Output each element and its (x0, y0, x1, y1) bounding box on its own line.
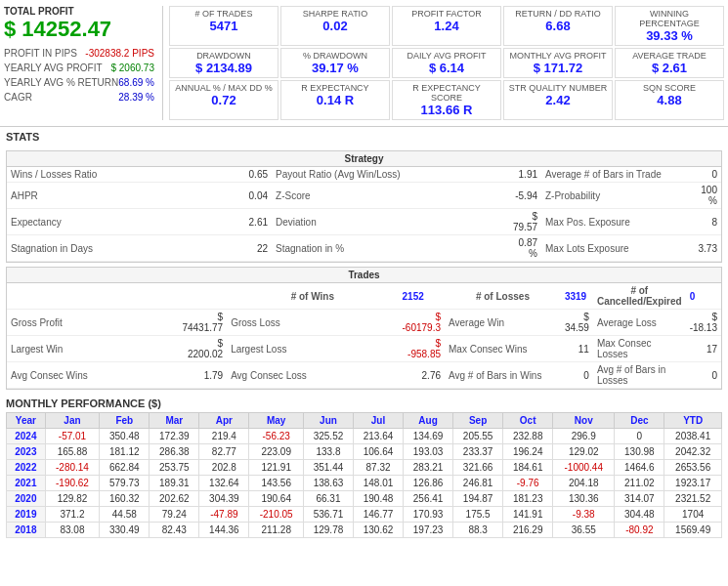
stat-cell-7: DAILY AVG PROFIT$ 6.14 (392, 48, 501, 78)
monthly-header: May (249, 413, 304, 429)
monthly-table: YearJanFebMarAprMayJunJulAugSepOctNovDec… (6, 412, 722, 538)
list-item: 2020129.82160.32202.62304.39190.6466.311… (7, 491, 722, 507)
yearly-avg-return-value: 68.69 % (118, 75, 154, 90)
top-section: TOTAL PROFIT $ 14252.47 PROFIT IN PIPS -… (0, 0, 728, 127)
list-item: 2023165.88181.12286.3882.77223.09133.810… (7, 444, 722, 460)
list-item: 2022-280.14662.84253.75202.8121.91351.44… (7, 460, 722, 476)
strategy-trades-block: Strategy Wins / Losses Ratio 0.65 Payout… (0, 150, 728, 267)
table-row: Largest Win $ 2200.02 Largest Loss $ -95… (7, 336, 721, 362)
yearly-avg-return-row: YEARLY AVG % RETURN 68.69 % (4, 75, 154, 90)
list-item: 2024-57.01350.48172.39219.4-56.23325.522… (7, 429, 722, 444)
stat-cell-12: R EXPECTANCY SCORE113.66 R (392, 80, 501, 120)
list-item: 201883.08330.4982.43144.36211.28129.7813… (7, 523, 722, 538)
monthly-header: Mar (150, 413, 199, 429)
profit-in-pips-label: PROFIT IN PIPS (4, 46, 77, 61)
stat-cell-14: SQN SCORE4.88 (615, 80, 724, 120)
table-row: Avg Consec Wins 1.79 Avg Consec Loss 2.7… (7, 362, 721, 389)
monthly-header: Apr (199, 413, 249, 429)
table-row: # of Wins 2152 # of Losses 3319 # of Can… (7, 283, 721, 310)
stat-cell-6: % DRAWDOWN39.17 % (280, 48, 390, 78)
stat-cell-1: SHARPE RATIO0.02 (280, 6, 390, 46)
strategy-table: Strategy Wins / Losses Ratio 0.65 Payout… (6, 150, 722, 263)
yearly-avg-profit-row: YEARLY AVG PROFIT $ 2060.73 (4, 61, 154, 75)
table-row: Stagnation in Days 22 Stagnation in % 0.… (7, 235, 721, 262)
cagr-label: CAGR (4, 90, 32, 105)
stat-cell-3: RETURN / DD RATIO6.68 (503, 6, 613, 46)
trades-data-table: # of Wins 2152 # of Losses 3319 # of Can… (7, 283, 721, 389)
profit-in-pips-value: -302838.2 PIPS (85, 46, 154, 61)
monthly-header: Jun (303, 413, 353, 429)
monthly-header: Sep (453, 413, 503, 429)
stat-cell-4: WINNING PERCENTAGE39.33 % (615, 6, 724, 46)
yearly-avg-return-label: YEARLY AVG % RETURN (4, 75, 118, 90)
stat-cell-13: STR QUALITY NUMBER2.42 (503, 80, 613, 120)
total-profit-value: $ 14252.47 (4, 17, 154, 42)
monthly-header: Jul (354, 413, 404, 429)
stat-cell-11: R EXPECTANCY0.14 R (280, 80, 390, 120)
stats-title: STATS (6, 131, 722, 143)
monthly-section: MONTHLY PERFORMANCE ($) YearJanFebMarApr… (0, 394, 728, 542)
monthly-header: Feb (100, 413, 150, 429)
monthly-header: Jan (45, 413, 100, 429)
yearly-avg-profit-value: $ 2060.73 (110, 61, 154, 75)
trades-title: Trades (7, 268, 721, 283)
trades-section: Trades # of Wins 2152 # of Losses 3319 #… (0, 267, 728, 394)
total-profit-label: TOTAL PROFIT (4, 6, 154, 17)
strategy-data-table: Wins / Losses Ratio 0.65 Payout Ratio (A… (7, 167, 721, 262)
list-item: 2021-190.62579.73189.31132.64143.56138.6… (7, 476, 722, 491)
monthly-header: Nov (553, 413, 615, 429)
stat-cell-5: DRAWDOWN$ 2134.89 (169, 48, 278, 78)
monthly-title: MONTHLY PERFORMANCE ($) (6, 398, 722, 409)
cagr-value: 28.39 % (118, 90, 154, 105)
monthly-header: Aug (404, 413, 453, 429)
profit-in-pips-row: PROFIT IN PIPS -302838.2 PIPS (4, 46, 154, 61)
monthly-header: Year (7, 413, 46, 429)
stat-cell-0: # OF TRADES5471 (169, 6, 278, 46)
yearly-avg-profit-label: YEARLY AVG PROFIT (4, 61, 103, 75)
total-profit-block: TOTAL PROFIT $ 14252.47 PROFIT IN PIPS -… (4, 6, 163, 120)
monthly-header: Dec (615, 413, 664, 429)
top-stats-grid: # OF TRADES5471SHARPE RATIO0.02PROFIT FA… (169, 6, 724, 120)
stat-cell-2: PROFIT FACTOR1.24 (392, 6, 501, 46)
profit-rows: PROFIT IN PIPS -302838.2 PIPS YEARLY AVG… (4, 46, 154, 105)
stats-section: STATS (0, 127, 728, 150)
table-row: Gross Profit $ 74431.77 Gross Loss $ -60… (7, 310, 721, 336)
monthly-header: YTD (664, 413, 722, 429)
stat-cell-9: AVERAGE TRADE$ 2.61 (615, 48, 724, 78)
trades-table: Trades # of Wins 2152 # of Losses 3319 #… (6, 267, 722, 390)
table-row: AHPR 0.04 Z-Score -5.94 Z-Probability 10… (7, 183, 721, 209)
cagr-row: CAGR 28.39 % (4, 90, 154, 105)
monthly-header: Oct (503, 413, 553, 429)
stat-cell-10: ANNUAL % / MAX DD %0.72 (169, 80, 278, 120)
table-row: Wins / Losses Ratio 0.65 Payout Ratio (A… (7, 167, 721, 183)
stat-cell-8: MONTHLY AVG PROFIT$ 171.72 (503, 48, 613, 78)
strategy-title: Strategy (7, 151, 721, 167)
table-row: Expectancy 2.61 Deviation $ 79.57 Max Po… (7, 209, 721, 235)
list-item: 2019371.244.5879.24-47.89-210.05536.7114… (7, 507, 722, 523)
